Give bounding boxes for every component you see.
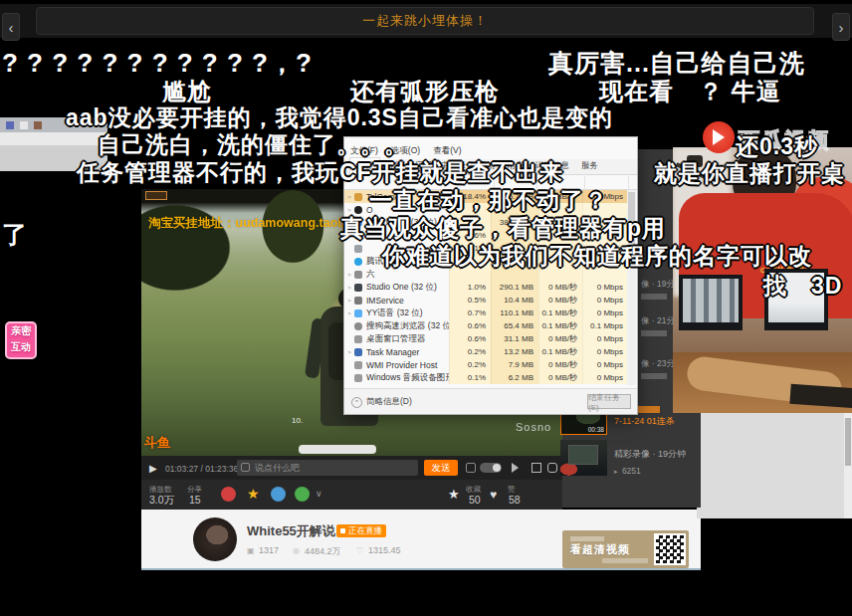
- streamer-name[interactable]: White55开解说: [247, 522, 335, 540]
- expand-icon[interactable]: >: [344, 272, 354, 278]
- like-icon[interactable]: ♥: [490, 488, 497, 502]
- page-scrollbar-thumb[interactable]: [845, 418, 851, 466]
- activity-badge-line1: 亲密: [7, 323, 35, 339]
- process-net-value: 0 Mbps: [582, 307, 628, 319]
- favorite-value: 50: [469, 494, 481, 506]
- process-row[interactable]: >YY语音 (32 位)0.7%110.1 MB0.1 MB/秒0 Mbps: [344, 307, 628, 319]
- fewer-details-button[interactable]: ⌃ 简略信息(D): [351, 396, 412, 408]
- favorite-icon[interactable]: ★: [448, 487, 460, 502]
- process-row[interactable]: >Studio One (32 位)1.0%290.1 MB0 MB/秒0 Mb…: [344, 281, 628, 294]
- process-cpu-value: 1.0%: [449, 281, 491, 294]
- danmaku-toggle-icon[interactable]: [466, 463, 476, 473]
- live-badge[interactable]: 正在直播: [336, 524, 386, 537]
- process-icon: [354, 245, 362, 253]
- streamer-stat-2: 4484.2万: [305, 545, 341, 558]
- theater-mode-icon[interactable]: [547, 463, 557, 473]
- process-row[interactable]: >IMService0.5%10.4 MB0 MB/秒0 Mbps: [344, 294, 628, 307]
- danmaku-comment: 你难道以为我们不知道程序的名字可以改: [382, 241, 812, 272]
- expand-icon[interactable]: >: [344, 310, 354, 316]
- prev-video-button[interactable]: ‹: [2, 13, 20, 41]
- send-button[interactable]: 发送: [424, 460, 458, 476]
- sidebar-video-thumbnail-2[interactable]: [560, 440, 607, 476]
- play-count-value: 3.0万: [149, 494, 174, 508]
- process-mem-value: 6.2 MB: [491, 371, 538, 384]
- process-name: IMService: [366, 296, 449, 306]
- qr-code: [654, 533, 686, 565]
- banner-title: 看超清视频: [570, 542, 630, 557]
- process-row[interactable]: >Task Manager0.2%13.2 MB0.1 MB/秒0 Mbps: [344, 345, 628, 358]
- sidebar-video-views-2: ▸ 6251: [614, 466, 641, 476]
- expand-icon[interactable]: >: [344, 207, 354, 213]
- danmaku-comment: 找 3D: [763, 271, 842, 302]
- process-icon: [354, 348, 362, 356]
- process-icon: [354, 322, 362, 330]
- task-manager-footer: ⌃ 简略信息(D) 结束任务(E): [344, 388, 637, 414]
- expand-icon[interactable]: >: [344, 349, 354, 355]
- streamer-stat-1: 1317: [259, 545, 279, 555]
- promo-banner[interactable]: 看超清视频: [562, 530, 689, 568]
- cheat-shop-watermark: 淘宝买挂地址：uudamowang.taob: [148, 215, 345, 232]
- danmaku-switch[interactable]: [480, 463, 502, 473]
- browser-toolbar-fragment: [0, 132, 107, 145]
- xigua-logo-icon: [703, 121, 735, 153]
- sidebar-item-meta-fragment: [641, 294, 667, 300]
- process-name: 搜狗高速浏览器 (32 位): [366, 320, 449, 332]
- process-dsk-value: 0.1 MB/秒: [538, 345, 582, 358]
- streamer-stat-3: 1315.45: [368, 545, 401, 555]
- sidebar-video-title-1[interactable]: 7-11-24 01连杀: [614, 416, 700, 427]
- live-dot-icon: [340, 528, 345, 533]
- danmaku-comment: 现在看 ？ 牛逼: [599, 76, 781, 107]
- qq-share-icon[interactable]: [271, 487, 286, 502]
- process-row[interactable]: WMI Provider Host0.2%7.9 MB0 MB/秒0 Mbps: [344, 358, 628, 371]
- emoji-icon[interactable]: [241, 463, 250, 472]
- qzone-share-icon[interactable]: ★: [247, 486, 260, 502]
- process-name: Task Manager: [366, 347, 449, 357]
- volume-icon[interactable]: [512, 463, 524, 473]
- process-icon: [354, 193, 362, 201]
- menu-item[interactable]: 查看(V): [433, 145, 461, 157]
- wechat-share-icon[interactable]: [295, 487, 310, 502]
- process-row[interactable]: 搜狗高速浏览器 (32 位)0.6%65.4 MB0.1 MB/秒0.1 Mbp…: [344, 319, 628, 332]
- process-icon: [354, 309, 362, 317]
- process-cpu-value: 0.6%: [449, 332, 491, 345]
- sidebar-video-title-2[interactable]: 精彩录像 · 19分钟: [614, 448, 700, 461]
- player-control-bar: ▶ 01:03:27 / 01:23:36 说点什么吧 发送: [141, 456, 562, 480]
- danmaku-comment: 一直在动，那不动了？: [369, 185, 608, 216]
- play-icon[interactable]: ▶: [149, 463, 157, 474]
- process-mem-value: 110.1 MB: [491, 307, 538, 319]
- process-name: 桌面窗口管理器: [366, 333, 449, 345]
- process-icon: [354, 258, 362, 266]
- streamer-avatar[interactable]: [193, 517, 237, 561]
- process-mem-value: 10.4 MB: [491, 294, 538, 307]
- process-icon: [354, 374, 362, 382]
- share-value: 15: [189, 494, 201, 506]
- process-dsk-value: 0 MB/秒: [538, 281, 582, 294]
- app-top-bar: 一起来跳小埋体操！: [0, 4, 852, 38]
- web-fullscreen-icon[interactable]: [532, 463, 541, 473]
- game-boost-bar: [299, 445, 376, 454]
- tab-服务[interactable]: 服务: [575, 158, 604, 174]
- process-row[interactable]: 桌面窗口管理器0.6%31.1 MB0 MB/秒0 Mbps: [344, 332, 628, 345]
- weibo-share-icon[interactable]: [221, 487, 236, 502]
- process-name: YY语音 (32 位): [366, 308, 449, 319]
- process-net-value: 0 Mbps: [582, 332, 628, 345]
- process-dsk-value: 0 MB/秒: [538, 371, 582, 384]
- danmaku-input[interactable]: 说点什么吧: [237, 460, 418, 476]
- collapse-icon: ⌃: [351, 397, 362, 408]
- activity-badge[interactable]: 亲密 互动: [5, 321, 37, 359]
- video-duration: 00:38: [588, 426, 604, 433]
- expand-icon[interactable]: >: [344, 285, 354, 291]
- banner-text-fragment: [570, 536, 604, 541]
- activity-badge-line2: 互动: [7, 339, 35, 355]
- process-row[interactable]: Windows 音频设备图形隔离0.1%6.2 MB0 MB/秒0 Mbps: [344, 371, 628, 384]
- expand-icon[interactable]: >: [344, 194, 354, 200]
- expand-icon[interactable]: >: [344, 298, 354, 304]
- like-value: 58: [509, 494, 521, 506]
- danmaku-comment: ? ? ? ? ? ? ? ? ? ? ?，?: [2, 46, 313, 81]
- more-share-icon[interactable]: ∨: [316, 489, 322, 499]
- playback-time: 01:03:27 / 01:23:36: [165, 464, 238, 474]
- process-mem-value: 13.2 MB: [491, 345, 538, 358]
- next-video-button[interactable]: ›: [832, 13, 850, 41]
- game-map-label: Sosno: [516, 421, 551, 433]
- end-task-button[interactable]: 结束任务(E): [587, 394, 631, 409]
